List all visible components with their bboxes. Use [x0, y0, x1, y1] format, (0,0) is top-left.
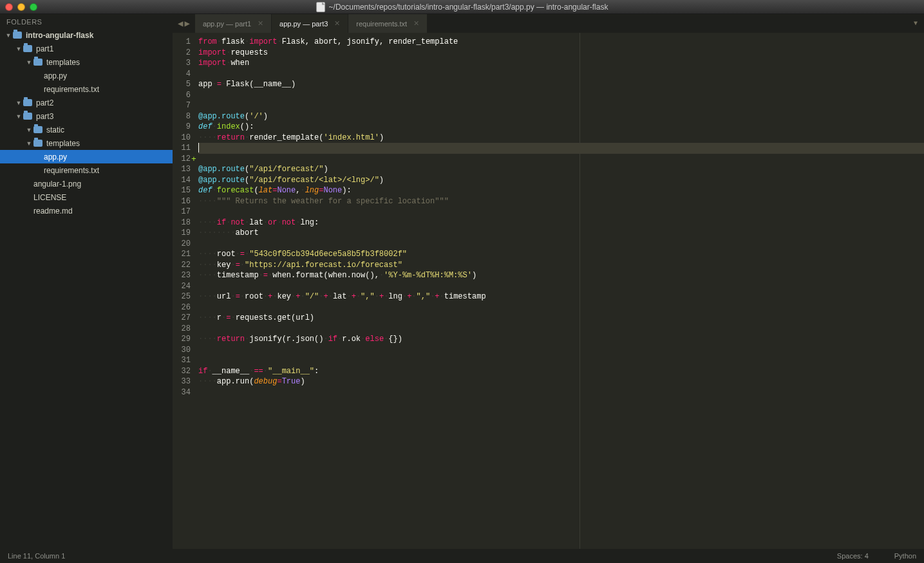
editor-tab[interactable]: requirements.txt✕ — [348, 14, 428, 33]
folder-icon — [23, 99, 32, 106]
file-tree-item[interactable]: requirements.txt — [0, 163, 173, 177]
tab-close-icon[interactable]: ✕ — [334, 19, 340, 28]
line-number-gutter: 1234567891011121314151617181920212223242… — [173, 33, 196, 549]
file-tree-item[interactable]: angular-1.png — [0, 177, 173, 190]
code-line[interactable]: ····key·=·"https://api.forecast.io/forec… — [198, 260, 924, 271]
folder-tree-item[interactable]: ▼templates — [0, 55, 173, 69]
code-line[interactable]: ····r·=·requests.get(url) — [198, 313, 924, 324]
tab-nav-forward-icon[interactable]: ▶ — [184, 18, 189, 29]
code-line[interactable] — [198, 345, 924, 356]
code-line[interactable]: def·index(): — [198, 122, 924, 133]
code-line[interactable]: ····app.run(debug=True) — [198, 376, 924, 387]
code-line[interactable] — [198, 355, 924, 366]
folder-tree-item[interactable]: ▼templates — [0, 136, 173, 150]
folder-tree-item[interactable]: ▼static — [0, 123, 173, 136]
code-line[interactable]: ····return·jsonify(r.json()·if·r.ok·else… — [198, 334, 924, 345]
line-number: 34 — [173, 387, 191, 398]
code-line[interactable] — [198, 239, 924, 250]
code-line[interactable]: ····""" Returns the weather for a specif… — [198, 196, 924, 207]
tab-nav-back-icon[interactable]: ◀ — [178, 18, 183, 29]
folder-icon — [23, 113, 32, 120]
line-number: 6 — [173, 90, 191, 101]
window-minimize-button[interactable] — [17, 3, 25, 11]
folder-tree[interactable]: ▼intro-angular-flask▼part1▼templatesapp.… — [0, 28, 173, 549]
line-number: 5 — [173, 79, 191, 90]
tab-close-icon[interactable]: ✕ — [413, 19, 419, 28]
code-line[interactable]: ····if·not·lat·or·not·lng: — [198, 217, 924, 228]
folder-tree-item[interactable]: ▼intro-angular-flask — [0, 28, 173, 42]
code-line[interactable]: @app.route("/api/forecast/") — [198, 164, 924, 175]
file-tree-item[interactable]: requirements.txt — [0, 82, 173, 96]
status-indent[interactable]: Spaces: 4 — [837, 552, 869, 560]
folder-icon — [33, 59, 42, 66]
code-line[interactable]: ····root·=·"543c0f05cb394d6ece5a8b5fb3f8… — [198, 249, 924, 260]
folder-tree-item[interactable]: ▼part3 — [0, 109, 173, 123]
file-tree-item[interactable]: LICENSE — [0, 190, 173, 204]
line-number: 14 — [173, 175, 191, 186]
code-editor[interactable]: 1234567891011121314151617181920212223242… — [173, 33, 924, 549]
code-lines[interactable]: from·flask·import·Flask, abort, jsonify,… — [196, 33, 924, 549]
code-line[interactable] — [198, 207, 924, 217]
code-line[interactable] — [198, 143, 924, 154]
tree-item-label: readme.md — [33, 207, 73, 216]
file-tree-item[interactable]: readme.md — [0, 204, 173, 217]
code-line[interactable] — [198, 100, 924, 111]
disclosure-arrow-icon[interactable]: ▼ — [5, 32, 12, 39]
code-line[interactable]: if·__name__·==·"__main__": — [198, 366, 924, 377]
code-line[interactable]: ····url·=·root·+·key·+·"/"·+·lat·+·","·+… — [198, 291, 924, 302]
tab-bar: ◀ ▶ app.py — part1✕app.py — part3✕requir… — [173, 14, 924, 33]
code-line[interactable] — [198, 90, 924, 101]
code-line[interactable] — [198, 387, 924, 398]
folder-tree-item[interactable]: ▼part1 — [0, 42, 173, 55]
status-cursor-position[interactable]: Line 11, Column 1 — [8, 552, 65, 560]
code-line[interactable]: + — [198, 154, 924, 165]
editor-tab[interactable]: app.py — part1✕ — [195, 14, 272, 33]
line-number: 3 — [173, 58, 191, 69]
code-line[interactable]: ····return·render_template('index.html') — [198, 133, 924, 143]
line-number: 4 — [173, 69, 191, 80]
line-number: 15 — [173, 185, 191, 196]
tree-item-label: part2 — [36, 98, 53, 107]
folder-tree-item[interactable]: ▼part2 — [0, 96, 173, 109]
disclosure-arrow-icon[interactable]: ▼ — [15, 46, 22, 52]
status-language[interactable]: Python — [894, 552, 916, 560]
tab-overflow-icon[interactable]: ▼ — [907, 14, 924, 33]
tab-close-icon[interactable]: ✕ — [258, 19, 263, 28]
code-line[interactable]: import·requests — [198, 48, 924, 59]
line-number: 1 — [173, 37, 191, 48]
file-tree-item[interactable]: app.py — [0, 69, 173, 82]
disclosure-arrow-icon[interactable]: ▼ — [26, 127, 32, 133]
disclosure-arrow-icon[interactable]: ▼ — [26, 59, 32, 66]
code-line[interactable]: app·=·Flask(__name__) — [198, 79, 924, 90]
disclosure-arrow-icon[interactable]: ▼ — [15, 113, 22, 120]
line-number: 30 — [173, 345, 191, 356]
window-close-button[interactable] — [5, 3, 13, 11]
code-line[interactable] — [198, 69, 924, 80]
code-line[interactable] — [198, 302, 924, 313]
code-line[interactable]: @app.route('/') — [198, 111, 924, 122]
code-line[interactable]: @app.route("/api/forecast/<lat>/<lng>/") — [198, 175, 924, 186]
code-line[interactable]: def·forecast(lat=None,·lng=None): — [198, 185, 924, 196]
code-line[interactable] — [198, 324, 924, 335]
tree-item-label: static — [46, 125, 64, 134]
window-maximize-button[interactable] — [30, 3, 37, 11]
line-number: 8 — [173, 111, 191, 122]
window-title: ~/Documents/repos/tutorials/intro-angula… — [329, 3, 608, 12]
line-number: 20 — [173, 239, 191, 250]
sidebar-header: FOLDERS — [0, 14, 173, 28]
code-line[interactable]: ····timestamp·=·when.format(when.now(),·… — [198, 270, 924, 281]
code-line[interactable] — [198, 281, 924, 292]
code-line[interactable]: from·flask·import·Flask, abort, jsonify,… — [198, 37, 924, 48]
code-line[interactable]: import·when — [198, 58, 924, 69]
disclosure-arrow-icon[interactable]: ▼ — [26, 140, 32, 147]
sidebar: FOLDERS ▼intro-angular-flask▼part1▼templ… — [0, 14, 173, 549]
line-number: 25 — [173, 291, 191, 302]
editor-tab[interactable]: app.py — part3✕ — [272, 14, 348, 33]
file-tree-item[interactable]: app.py — [0, 150, 173, 163]
disclosure-arrow-icon[interactable]: ▼ — [15, 100, 22, 106]
tab-label: app.py — part3 — [279, 20, 328, 28]
tree-item-label: requirements.txt — [44, 166, 99, 175]
folder-icon — [33, 140, 42, 147]
code-line[interactable]: ········abort — [198, 228, 924, 239]
line-number: 22 — [173, 260, 191, 271]
